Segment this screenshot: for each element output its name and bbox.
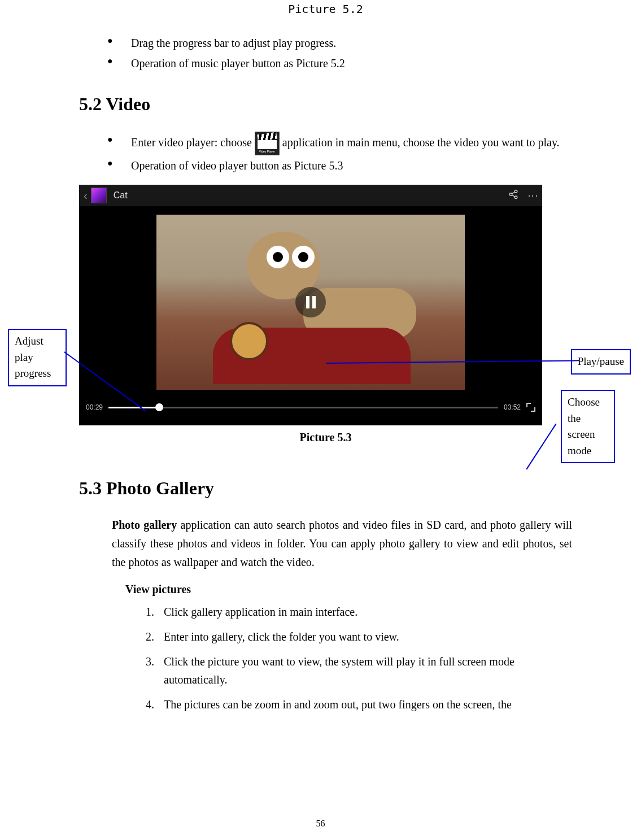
step-item: Click the picture you want to view, the … xyxy=(146,652,572,689)
bullet-item: Operation of video player button as Pict… xyxy=(107,155,572,176)
text: application can auto search photos and v… xyxy=(112,519,572,568)
text: application in main menu, choose the vid… xyxy=(282,136,560,149)
back-chevron-icon[interactable]: ‹ xyxy=(84,189,88,202)
video-title: Cat xyxy=(114,190,128,201)
step-item: Enter into gallery, click the folder you… xyxy=(146,628,572,646)
gallery-intro-paragraph: Photo gallery application can auto searc… xyxy=(112,516,572,572)
svg-line-4 xyxy=(512,195,514,197)
video-canvas xyxy=(79,206,542,398)
text-strong: Photo gallery xyxy=(112,519,177,531)
callout-play-pause: Play/pause xyxy=(571,349,631,375)
play-pause-button[interactable] xyxy=(295,287,326,317)
section-heading-video: 5.2 Video xyxy=(79,94,572,115)
bullet-item: Enter video player: choose Video Player … xyxy=(107,132,572,155)
text: Enter video player: choose xyxy=(131,136,255,149)
time-total: 03:52 xyxy=(504,403,521,411)
step-item: The pictures can be zoom in and zoom out… xyxy=(146,695,572,713)
svg-line-3 xyxy=(512,191,514,193)
video-controls: 00:29 03:52 xyxy=(79,398,542,416)
svg-point-2 xyxy=(514,196,517,199)
fullscreen-icon[interactable] xyxy=(526,403,535,412)
video-bullets: Enter video player: choose Video Player … xyxy=(79,132,572,176)
time-current: 00:29 xyxy=(86,403,103,411)
progress-bar[interactable] xyxy=(108,407,498,408)
share-icon[interactable] xyxy=(508,189,518,202)
video-topbar: ‹ Cat ⋮ xyxy=(79,185,542,206)
callout-adjust-progress: Adjust play progress xyxy=(8,329,67,386)
svg-point-0 xyxy=(514,190,517,193)
view-pictures-heading: View pictures xyxy=(125,583,572,596)
overflow-menu-icon[interactable]: ⋮ xyxy=(527,191,539,200)
page-number: 56 xyxy=(0,819,641,829)
bullet-item: Operation of music player button as Pict… xyxy=(107,53,572,73)
view-pictures-steps: Click gallery application in main interf… xyxy=(79,603,572,713)
callout-screen-mode: Choose the screen mode xyxy=(561,390,615,463)
video-player-app-icon: Video Player xyxy=(255,132,280,155)
step-item: Click gallery application in main interf… xyxy=(146,603,572,621)
intro-bullets: Drag the progress bar to adjust play pro… xyxy=(79,33,572,73)
figure-caption-5-2: Picture 5.2 xyxy=(79,0,572,16)
section-heading-gallery: 5.3 Photo Gallery xyxy=(79,478,572,499)
progress-thumb[interactable] xyxy=(155,403,163,411)
bullet-item: Drag the progress bar to adjust play pro… xyxy=(107,33,572,53)
figure-caption-5-3: Picture 5.3 xyxy=(79,431,572,444)
gallery-thumb-icon[interactable] xyxy=(91,188,107,203)
svg-point-1 xyxy=(509,193,512,195)
video-player-screenshot: ‹ Cat ⋮ xyxy=(79,185,542,425)
